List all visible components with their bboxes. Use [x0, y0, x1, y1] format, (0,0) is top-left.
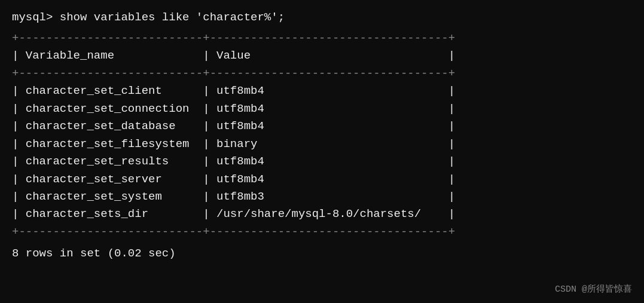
table-row: | character_set_client | utf8mb4 | — [12, 82, 632, 100]
separator-mid: +---------------------------+-----------… — [12, 65, 632, 82]
command-line: mysql> show variables like 'character%'; — [12, 11, 632, 24]
separator-bottom: +---------------------------+-----------… — [12, 224, 632, 241]
table-row: | character_set_server | utf8mb4 | — [12, 171, 632, 188]
table-row: | character_set_system | utf8mb3 | — [12, 188, 632, 206]
table-row: | character_set_database | utf8mb4 | — [12, 118, 632, 135]
table-row: | character_sets_dir | /usr/share/mysql-… — [12, 206, 632, 223]
table-body: | character_set_client | utf8mb4 || char… — [12, 82, 632, 224]
watermark: CSDN @所得皆惊喜 — [555, 283, 632, 295]
table-row: | character_set_connection | utf8mb4 | — [12, 100, 632, 118]
terminal-window: mysql> show variables like 'character%';… — [0, 0, 644, 303]
table-header: | Variable_name | Value | — [12, 47, 632, 65]
separator-top: +---------------------------+-----------… — [12, 30, 632, 47]
summary-line: 8 rows in set (0.02 sec) — [12, 247, 632, 260]
table-row: | character_set_filesystem | binary | — [12, 136, 632, 153]
table-row: | character_set_results | utf8mb4 | — [12, 153, 632, 170]
